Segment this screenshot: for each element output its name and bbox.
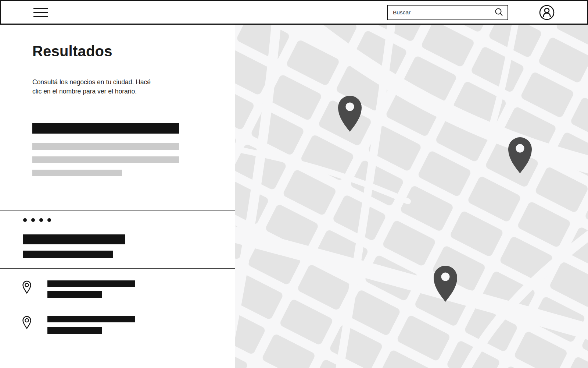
dot[interactable] <box>23 218 27 222</box>
user-account-icon[interactable] <box>538 4 555 21</box>
skeleton-bar-detail <box>47 291 102 298</box>
skeleton-bar-heading <box>23 234 125 244</box>
page: Resultados Consultá los negocios en tu c… <box>0 0 588 368</box>
skeleton-bar-name <box>47 280 135 287</box>
hamburger-line <box>33 16 48 17</box>
skeleton-bar-text <box>32 170 122 176</box>
search-input[interactable] <box>388 6 494 20</box>
search-icon[interactable] <box>494 8 504 17</box>
skeleton-bar-text <box>32 156 179 163</box>
dot[interactable] <box>31 218 35 222</box>
section-divider <box>0 268 235 269</box>
results-panel: Resultados Consultá los negocios en tu c… <box>0 25 235 368</box>
skeleton-bar-heading <box>23 251 113 258</box>
header-bar <box>0 0 588 25</box>
location-pin-icon <box>22 316 32 333</box>
description-line: Consultá los negocios en tu ciudad. Hacé <box>32 78 151 86</box>
section-divider <box>0 210 235 210</box>
location-pin-icon <box>22 280 32 298</box>
pagination-dots[interactable] <box>23 218 51 222</box>
city-map[interactable] <box>235 25 588 368</box>
dot[interactable] <box>47 218 51 222</box>
skeleton-bar-heading <box>32 123 179 134</box>
dot[interactable] <box>39 218 43 222</box>
result-list-item[interactable] <box>0 316 235 342</box>
search-box[interactable] <box>387 5 508 20</box>
map-canvas[interactable] <box>235 25 588 368</box>
page-title: Resultados <box>32 43 112 60</box>
skeleton-bar-detail <box>47 327 102 334</box>
result-list-item[interactable] <box>0 280 235 306</box>
hamburger-line <box>33 12 48 13</box>
skeleton-bar-text <box>32 143 179 150</box>
description-line: clic en el nombre para ver el horario. <box>32 88 137 95</box>
skeleton-bar-name <box>47 316 135 322</box>
hamburger-icon[interactable] <box>33 8 48 17</box>
page-description: Consultá los negocios en tu ciudad. Hacé… <box>32 78 151 96</box>
hamburger-line <box>33 8 48 9</box>
